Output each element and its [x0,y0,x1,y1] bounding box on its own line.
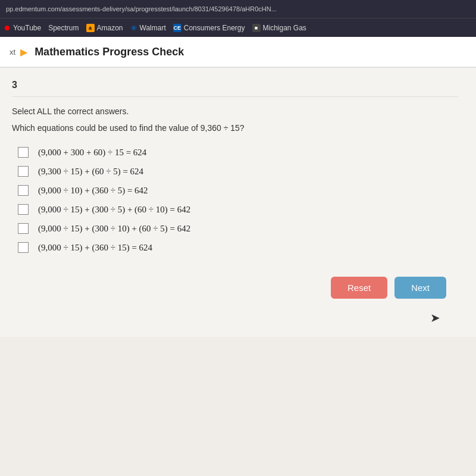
browser-address-bar: pp.edmentum.com/assessments-delivery/sa/… [0,0,476,18]
bookmark-spectrum[interactable]: Spectrum [48,24,79,32]
amazon-icon: a [86,24,95,32]
bookmark-amazon-label: Amazon [97,24,123,32]
answer-text-c: (9,000 ÷ 10) + (360 ÷ 5) = 642 [38,186,148,196]
answer-text-e: (9,000 ÷ 15) + (300 ÷ 10) + (60 ÷ 5) = 6… [38,224,190,234]
checkbox-f[interactable] [18,242,29,253]
answers-list: (9,000 + 300 + 60) ÷ 15 = 624 (9,300 ÷ 1… [18,147,458,253]
walmart-icon: ✳ [130,23,137,33]
bookmark-consumers-energy-label: Consumers Energy [184,24,245,32]
nav-area: xt ▶ [10,46,27,58]
answer-item-a: (9,000 + 300 + 60) ÷ 15 = 624 [18,147,458,158]
bookmark-youtube-label: YouTube [13,24,41,32]
ce-icon: CE [173,24,181,32]
answer-text-f: (9,000 ÷ 15) + (360 ÷ 15) = 624 [38,243,152,253]
mi-icon: ■ [252,24,261,32]
answer-text-d: (9,000 ÷ 15) + (300 ÷ 5) + (60 ÷ 10) = 6… [38,205,190,215]
reset-button[interactable]: Reset [331,277,387,299]
bookmark-walmart-label: Walmart [140,24,166,32]
answer-item-e: (9,000 ÷ 15) + (300 ÷ 10) + (60 ÷ 5) = 6… [18,223,458,234]
answer-text-b: (9,300 ÷ 15) + (60 ÷ 5) = 624 [38,167,143,177]
cursor-icon: ➤ [430,311,440,325]
main-content: 3 Select ALL the correct answers. Which … [0,68,476,476]
bookmark-amazon[interactable]: a Amazon [86,24,123,32]
question-prompt: Which equations could be used to find th… [12,123,458,133]
buttons-row: Reset Next [12,271,458,311]
bookmark-consumers-energy[interactable]: CE Consumers Energy [173,24,245,32]
question-number: 3 [12,80,458,97]
page-title: Mathematics Progress Check [35,46,184,58]
question-instruction: Select ALL the correct answers. [12,107,458,116]
question-container: 3 Select ALL the correct answers. Which … [0,68,476,337]
youtube-icon [5,26,10,30]
url-text: pp.edmentum.com/assessments-delivery/sa/… [6,5,277,12]
app-header: xt ▶ Mathematics Progress Check [0,37,476,68]
next-button[interactable]: Next [394,277,446,299]
cursor-area: ➤ [12,311,458,325]
answer-item-d: (9,000 ÷ 15) + (300 ÷ 5) + (60 ÷ 10) = 6… [18,204,458,215]
answer-item-c: (9,000 ÷ 10) + (360 ÷ 5) = 642 [18,185,458,196]
checkbox-e[interactable] [18,223,29,234]
bookmark-michigan-gas[interactable]: ■ Michigan Gas [252,24,306,32]
answer-text-a: (9,000 + 300 + 60) ÷ 15 = 624 [38,148,146,158]
bookmark-michigan-gas-label: Michigan Gas [263,24,306,32]
bookmark-youtube[interactable]: YouTube [5,24,41,32]
checkbox-a[interactable] [18,147,29,158]
answer-item-f: (9,000 ÷ 15) + (360 ÷ 15) = 624 [18,242,458,253]
bookmark-spectrum-label: Spectrum [48,24,79,32]
checkbox-c[interactable] [18,185,29,196]
bookmark-walmart[interactable]: ✳ Walmart [130,23,166,33]
checkbox-b[interactable] [18,166,29,177]
nav-arrow-icon: ▶ [20,46,27,58]
checkbox-d[interactable] [18,204,29,215]
bookmarks-bar: YouTube Spectrum a Amazon ✳ Walmart CE C… [0,18,476,37]
nav-label: xt [10,48,15,57]
answer-item-b: (9,300 ÷ 15) + (60 ÷ 5) = 624 [18,166,458,177]
